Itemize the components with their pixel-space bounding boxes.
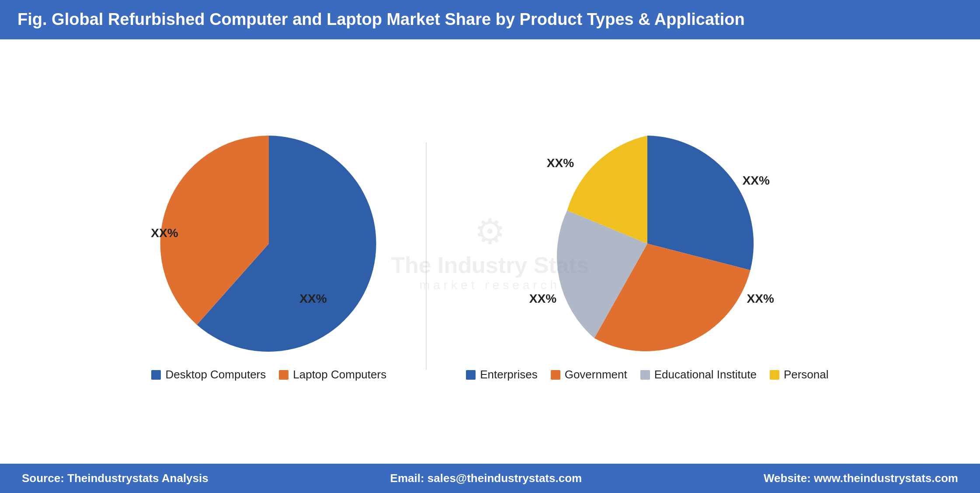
legend-box-educational	[640, 370, 650, 380]
left-legend: Desktop Computers Laptop Computers	[151, 368, 386, 381]
main-content: ⚙ The Industry Stats market research XX%	[0, 39, 980, 464]
left-chart-container: XX% XX% Desktop Computers Laptop Compute…	[151, 130, 386, 381]
legend-item-personal: Personal	[770, 368, 829, 381]
legend-box-desktop	[151, 370, 161, 380]
footer-source: Source: Theindustrystats Analysis	[22, 472, 209, 485]
legend-label-educational: Educational Institute	[654, 368, 757, 381]
page-title: Fig. Global Refurbished Computer and Lap…	[17, 10, 745, 28]
page-wrapper: Fig. Global Refurbished Computer and Lap…	[0, 0, 980, 493]
footer-email: Email: sales@theindustrystats.com	[390, 472, 582, 485]
legend-box-enterprises	[466, 370, 476, 380]
right-pie-wrapper: XX% XX% XX% XX%	[534, 130, 761, 357]
charts-row: XX% XX% Desktop Computers Laptop Compute…	[26, 130, 954, 381]
left-pie-svg	[155, 130, 382, 357]
right-chart-container: XX% XX% XX% XX% Enterprises Government	[466, 130, 828, 381]
legend-item-government: Government	[551, 368, 627, 381]
legend-label-laptop: Laptop Computers	[293, 368, 386, 381]
legend-label-desktop: Desktop Computers	[165, 368, 266, 381]
legend-box-personal	[770, 370, 779, 380]
legend-label-personal: Personal	[784, 368, 829, 381]
legend-label-enterprises: Enterprises	[480, 368, 538, 381]
left-pie-wrapper: XX% XX%	[155, 130, 382, 357]
footer-bar: Source: Theindustrystats Analysis Email:…	[0, 464, 980, 493]
right-pie-svg	[534, 130, 761, 357]
legend-box-laptop	[279, 370, 288, 380]
chart-divider	[426, 142, 427, 370]
legend-item-desktop: Desktop Computers	[151, 368, 266, 381]
legend-item-laptop: Laptop Computers	[279, 368, 386, 381]
right-legend: Enterprises Government Educational Insti…	[466, 368, 828, 381]
legend-box-government	[551, 370, 560, 380]
legend-item-enterprises: Enterprises	[466, 368, 538, 381]
legend-item-educational: Educational Institute	[640, 368, 757, 381]
footer-website: Website: www.theindustrystats.com	[764, 472, 958, 485]
legend-label-government: Government	[565, 368, 627, 381]
header-bar: Fig. Global Refurbished Computer and Lap…	[0, 0, 980, 39]
